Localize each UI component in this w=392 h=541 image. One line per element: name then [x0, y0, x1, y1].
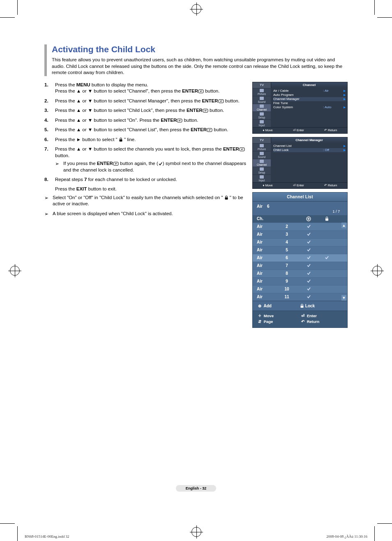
input-icon [260, 120, 264, 123]
step-2: 2. Press the ▲ or ▼ button to select "Ch… [44, 98, 247, 104]
chevron-right-icon: ▶ [344, 98, 346, 101]
channel-row: Air9 [253, 277, 347, 285]
row-number: 8 [275, 271, 299, 276]
enter-icon [177, 118, 182, 123]
channel-list-header: Ch. [253, 215, 347, 223]
channel-icon [260, 160, 264, 163]
osd-sidebar: Picture Sound Channel Setup Input [253, 143, 271, 182]
row-number: 9 [275, 279, 299, 283]
foot-move: ✧ Move [257, 313, 300, 318]
osd-foot-enter: ⏎ Enter [293, 183, 304, 187]
row-locked [318, 255, 335, 260]
step-3: 3. Press the ▲ or ▼ button to select "Ch… [44, 107, 247, 114]
crop-mark [0, 17, 15, 18]
svg-rect-11 [301, 306, 304, 308]
chevron-right-icon: ▶ [344, 144, 346, 148]
heading-block: Activating the Child Lock This feature a… [44, 44, 348, 76]
channel-row: Air7 [253, 262, 347, 269]
registration-mark-icon [372, 266, 382, 276]
lock-icon [325, 216, 329, 221]
channel-row: Air6 [253, 254, 347, 262]
enter-icon [198, 89, 204, 93]
channel-list-actions: ⊕ Add Lock [253, 301, 347, 311]
sound-icon [260, 152, 264, 155]
row-number: 3 [275, 232, 299, 237]
row-number: 11 [275, 295, 299, 299]
lock-icon [300, 304, 304, 308]
lock-icon [224, 195, 228, 200]
channel-list-pager: 1 / 7 [253, 209, 347, 215]
channel-list-title: Channel List [253, 193, 347, 202]
note-arrow-icon: ➢ [55, 161, 59, 167]
channel-row: Air4 [253, 238, 347, 246]
row-added [299, 248, 318, 253]
svg-rect-5 [119, 139, 122, 142]
plus-icon [306, 216, 311, 221]
chevron-right-icon: ▶ [344, 106, 346, 109]
row-air: Air [257, 295, 275, 299]
row-added [299, 263, 318, 268]
row-number: 7 [275, 263, 299, 268]
channel-row: Air5 [253, 246, 347, 254]
step-7-sub: ➢ If you press the ENTER button again, t… [55, 160, 247, 173]
osd-tv-tab: TV [253, 82, 271, 88]
page-icon: ⇵ [257, 319, 263, 324]
note-2: ➢ A blue screen is displayed when "Child… [44, 211, 247, 217]
row-added [299, 255, 318, 260]
row-added [299, 240, 318, 245]
channel-list-panel: Channel List Air 6 1 / 7 Ch. ▲ Air2Air3A… [252, 192, 348, 328]
registration-mark-icon [191, 4, 201, 14]
steps-list: 1. Press the MENU button to display the … [44, 82, 247, 183]
row-air: Air [257, 287, 275, 291]
row-air: Air [257, 279, 275, 283]
row-added [299, 295, 318, 300]
enter-icon [203, 109, 208, 113]
setup-icon [260, 167, 264, 171]
print-filename: BN68-01514E-00Eng.indd 32 [25, 534, 69, 539]
channel-row: Air8 [253, 269, 347, 277]
channel-icon [260, 104, 264, 108]
foot-enter: ⏎ Enter [300, 313, 343, 318]
registration-mark-icon [10, 266, 20, 276]
page-heading: Activating the Child Lock [52, 44, 348, 54]
osd-sidebar: Picture Sound Channel Setup Input [253, 88, 271, 127]
print-footer: BN68-01514E-00Eng.indd 32 2008-04-08 ¿ÀÀ… [25, 534, 367, 539]
move-icon: ✧ [257, 313, 263, 318]
osd-foot-move: ♦ Move [263, 128, 273, 132]
crop-mark [17, 0, 18, 15]
row-added [299, 287, 318, 292]
action-add: ⊕ Add [257, 304, 300, 308]
note-1: ➢ Select "On" or "Off" in "Child Lock" t… [44, 195, 247, 207]
channel-row: Air2 [253, 223, 347, 230]
channel-row: Air11 [253, 293, 347, 301]
return-icon: ↶ [300, 319, 306, 324]
check-icon [158, 162, 163, 166]
svg-rect-10 [325, 218, 328, 221]
enter-icon [113, 162, 119, 166]
channel-row: Air10 [253, 285, 347, 293]
note-arrow-icon: ➢ [44, 211, 48, 218]
picture-icon [260, 89, 264, 92]
exit-line: Press the EXIT button to exit. [44, 186, 247, 191]
step-4: 4. Press the ▲ or ▼ button to select "On… [44, 117, 247, 124]
osd-tv-tab: TV [253, 137, 271, 143]
crop-mark [17, 526, 18, 541]
row-air: Air [257, 240, 275, 244]
crop-mark [374, 526, 375, 541]
crop-mark [377, 523, 392, 524]
osd-channel-menu: TV Channel Picture Sound Channel Setup I… [252, 82, 348, 134]
svg-rect-8 [225, 197, 228, 200]
step-7: 7. Press the ▲ or ▼ button to select the… [44, 146, 247, 173]
crop-mark [0, 523, 15, 524]
sound-icon [260, 97, 264, 100]
row-air: Air [257, 248, 275, 252]
row-number: 5 [275, 248, 299, 252]
picture-icon [260, 144, 264, 147]
row-number: 4 [275, 240, 299, 244]
input-icon [260, 175, 264, 179]
crop-mark [374, 0, 375, 15]
enter-icon [218, 99, 224, 103]
page-footer: English - 32 [44, 484, 348, 492]
row-added [299, 279, 318, 284]
step-5: 5. Press the ▲ or ▼ button to select "Ch… [44, 127, 247, 133]
